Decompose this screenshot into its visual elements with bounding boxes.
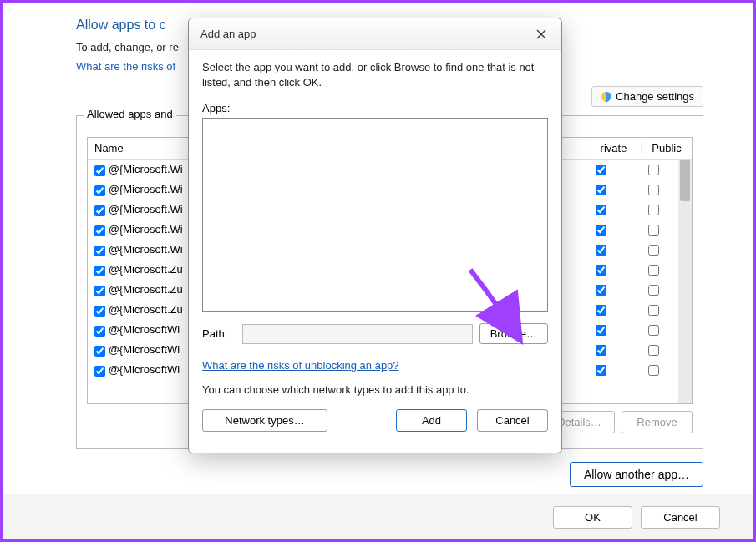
ok-button[interactable]: OK	[553, 506, 632, 529]
row-enable-checkbox[interactable]	[94, 225, 105, 236]
private-checkbox[interactable]	[596, 185, 606, 195]
allow-another-app-button[interactable]: Allow another app…	[570, 462, 703, 487]
row-private-cell	[573, 344, 628, 356]
private-checkbox[interactable]	[596, 305, 606, 316]
change-settings-label: Change settings	[616, 90, 694, 103]
network-types-button[interactable]: Network types…	[202, 409, 327, 432]
public-checkbox[interactable]	[648, 225, 659, 236]
private-checkbox[interactable]	[596, 345, 606, 356]
private-checkbox[interactable]	[596, 365, 606, 376]
column-public[interactable]: Public	[642, 142, 692, 154]
row-private-cell	[573, 224, 628, 236]
row-public-cell	[628, 264, 678, 276]
row-public-cell	[628, 244, 678, 256]
row-enable-checkbox[interactable]	[94, 366, 105, 377]
apps-label: Apps:	[202, 102, 548, 114]
row-private-cell	[573, 184, 628, 195]
public-checkbox[interactable]	[648, 345, 659, 356]
public-checkbox[interactable]	[648, 305, 659, 316]
row-private-cell	[573, 164, 628, 175]
public-checkbox[interactable]	[648, 265, 659, 276]
dialog-instruction: Select the app you want to add, or click…	[202, 60, 548, 90]
row-enable-checkbox[interactable]	[94, 165, 105, 176]
row-public-cell	[628, 344, 678, 356]
public-checkbox[interactable]	[648, 205, 659, 215]
browse-button[interactable]: Browse…	[479, 323, 548, 344]
row-public-cell	[628, 204, 678, 215]
dialog-title-bar: Add an app	[189, 18, 561, 50]
row-public-cell	[628, 284, 678, 296]
cancel-button[interactable]: Cancel	[641, 506, 720, 529]
add-app-dialog: Add an app Select the app you want to ad…	[188, 18, 562, 453]
row-private-cell	[573, 324, 628, 336]
private-checkbox[interactable]	[596, 225, 606, 236]
close-button[interactable]	[530, 23, 553, 46]
private-checkbox[interactable]	[596, 205, 606, 215]
public-checkbox[interactable]	[648, 165, 659, 175]
private-checkbox[interactable]	[596, 165, 606, 175]
row-enable-checkbox[interactable]	[94, 306, 105, 317]
row-enable-checkbox[interactable]	[94, 326, 105, 337]
remove-button[interactable]: Remove	[622, 411, 693, 433]
private-checkbox[interactable]	[596, 325, 606, 336]
change-settings-button[interactable]: Change settings	[591, 86, 703, 107]
path-row: Path: Browse…	[202, 323, 548, 344]
row-private-cell	[573, 304, 628, 316]
private-checkbox[interactable]	[596, 265, 606, 276]
public-checkbox[interactable]	[648, 185, 659, 195]
row-private-cell	[573, 244, 628, 256]
row-public-cell	[628, 364, 678, 376]
path-input[interactable]	[242, 324, 473, 344]
private-checkbox[interactable]	[596, 245, 606, 256]
scroll-thumb[interactable]	[680, 160, 690, 201]
private-checkbox[interactable]	[596, 285, 606, 296]
scrollbar[interactable]	[678, 160, 692, 403]
dialog-body: Select the app you want to add, or click…	[189, 50, 561, 453]
group-label: Allowed apps and	[84, 108, 176, 120]
row-enable-checkbox[interactable]	[94, 346, 105, 357]
dialog-cancel-button[interactable]: Cancel	[477, 409, 548, 432]
row-public-cell	[628, 224, 678, 236]
close-icon	[536, 29, 546, 39]
row-private-cell	[573, 284, 628, 296]
row-private-cell	[573, 364, 628, 376]
dialog-button-row: Network types… Add Cancel	[202, 409, 548, 432]
unblock-risks-link[interactable]: What are the risks of unblocking an app?	[202, 359, 548, 372]
row-enable-checkbox[interactable]	[94, 205, 105, 216]
row-enable-checkbox[interactable]	[94, 286, 105, 296]
row-private-cell	[573, 204, 628, 215]
row-public-cell	[628, 304, 678, 316]
row-private-cell	[573, 264, 628, 276]
row-enable-checkbox[interactable]	[94, 266, 105, 276]
column-private[interactable]: rivate	[586, 142, 642, 154]
dialog-title: Add an app	[200, 28, 530, 40]
bottom-bar: OK Cancel	[3, 494, 753, 539]
row-enable-checkbox[interactable]	[94, 185, 105, 196]
path-label: Path:	[202, 327, 236, 340]
shield-icon	[601, 91, 612, 103]
public-checkbox[interactable]	[648, 325, 659, 336]
public-checkbox[interactable]	[648, 245, 659, 256]
row-enable-checkbox[interactable]	[94, 246, 105, 256]
row-public-cell	[628, 324, 678, 336]
network-types-desc: You can choose which network types to ad…	[202, 383, 548, 396]
row-public-cell	[628, 184, 678, 195]
public-checkbox[interactable]	[648, 365, 659, 376]
add-button[interactable]: Add	[396, 409, 467, 432]
row-public-cell	[628, 164, 678, 175]
public-checkbox[interactable]	[648, 285, 659, 296]
apps-listbox[interactable]	[202, 118, 548, 312]
